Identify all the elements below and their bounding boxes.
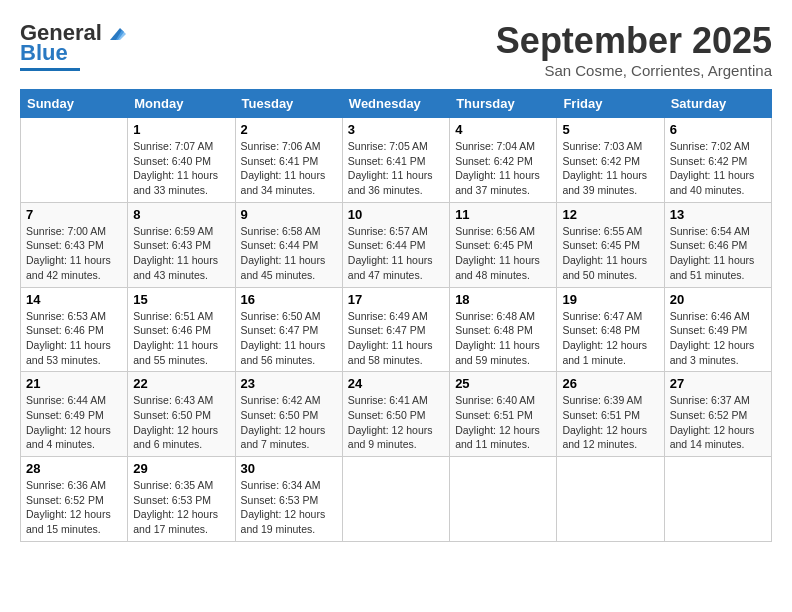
sunrise-text: Sunrise: 6:44 AM xyxy=(26,394,106,406)
sunrise-text: Sunrise: 7:00 AM xyxy=(26,225,106,237)
daylight-hours-text: Daylight: 11 hours xyxy=(241,339,326,351)
sunrise-text: Sunrise: 6:46 AM xyxy=(670,310,750,322)
sunrise-text: Sunrise: 7:05 AM xyxy=(348,140,428,152)
calendar-cell: 28Sunrise: 6:36 AMSunset: 6:52 PMDayligh… xyxy=(21,457,128,542)
daylight-minutes-text: and 51 minutes. xyxy=(670,269,745,281)
daylight-minutes-text: and 19 minutes. xyxy=(241,523,316,535)
calendar-cell: 17Sunrise: 6:49 AMSunset: 6:47 PMDayligh… xyxy=(342,287,449,372)
calendar-cell: 2Sunrise: 7:06 AMSunset: 6:41 PMDaylight… xyxy=(235,118,342,203)
cell-details: Sunrise: 6:55 AMSunset: 6:45 PMDaylight:… xyxy=(562,224,658,283)
sunset-text: Sunset: 6:46 PM xyxy=(670,239,748,251)
daylight-minutes-text: and 55 minutes. xyxy=(133,354,208,366)
cell-details: Sunrise: 6:58 AMSunset: 6:44 PMDaylight:… xyxy=(241,224,337,283)
sunset-text: Sunset: 6:47 PM xyxy=(241,324,319,336)
daylight-hours-text: Daylight: 11 hours xyxy=(241,254,326,266)
sunrise-text: Sunrise: 6:41 AM xyxy=(348,394,428,406)
sunrise-text: Sunrise: 6:51 AM xyxy=(133,310,213,322)
day-number: 21 xyxy=(26,376,122,391)
calendar-cell: 29Sunrise: 6:35 AMSunset: 6:53 PMDayligh… xyxy=(128,457,235,542)
daylight-hours-text: Daylight: 11 hours xyxy=(670,254,755,266)
calendar-week-4: 21Sunrise: 6:44 AMSunset: 6:49 PMDayligh… xyxy=(21,372,772,457)
header-day-friday: Friday xyxy=(557,90,664,118)
sunrise-text: Sunrise: 6:54 AM xyxy=(670,225,750,237)
calendar-cell: 18Sunrise: 6:48 AMSunset: 6:48 PMDayligh… xyxy=(450,287,557,372)
daylight-minutes-text: and 34 minutes. xyxy=(241,184,316,196)
header-day-tuesday: Tuesday xyxy=(235,90,342,118)
daylight-hours-text: Daylight: 11 hours xyxy=(455,339,540,351)
calendar-cell: 26Sunrise: 6:39 AMSunset: 6:51 PMDayligh… xyxy=(557,372,664,457)
cell-details: Sunrise: 6:40 AMSunset: 6:51 PMDaylight:… xyxy=(455,393,551,452)
sunrise-text: Sunrise: 6:37 AM xyxy=(670,394,750,406)
daylight-minutes-text: and 40 minutes. xyxy=(670,184,745,196)
sunset-text: Sunset: 6:42 PM xyxy=(670,155,748,167)
day-number: 7 xyxy=(26,207,122,222)
sunrise-text: Sunrise: 7:07 AM xyxy=(133,140,213,152)
day-number: 2 xyxy=(241,122,337,137)
title-area: September 2025 San Cosme, Corrientes, Ar… xyxy=(496,20,772,79)
cell-details: Sunrise: 7:03 AMSunset: 6:42 PMDaylight:… xyxy=(562,139,658,198)
sunset-text: Sunset: 6:50 PM xyxy=(241,409,319,421)
sunset-text: Sunset: 6:53 PM xyxy=(133,494,211,506)
calendar-cell: 22Sunrise: 6:43 AMSunset: 6:50 PMDayligh… xyxy=(128,372,235,457)
cell-details: Sunrise: 6:47 AMSunset: 6:48 PMDaylight:… xyxy=(562,309,658,368)
sunset-text: Sunset: 6:48 PM xyxy=(455,324,533,336)
daylight-minutes-text: and 39 minutes. xyxy=(562,184,637,196)
day-number: 27 xyxy=(670,376,766,391)
sunrise-text: Sunrise: 6:48 AM xyxy=(455,310,535,322)
sunrise-text: Sunrise: 6:53 AM xyxy=(26,310,106,322)
daylight-minutes-text: and 33 minutes. xyxy=(133,184,208,196)
daylight-minutes-text: and 48 minutes. xyxy=(455,269,530,281)
calendar-cell: 10Sunrise: 6:57 AMSunset: 6:44 PMDayligh… xyxy=(342,202,449,287)
daylight-hours-text: Daylight: 11 hours xyxy=(670,169,755,181)
calendar-cell xyxy=(342,457,449,542)
sunset-text: Sunset: 6:44 PM xyxy=(241,239,319,251)
daylight-minutes-text: and 45 minutes. xyxy=(241,269,316,281)
sunset-text: Sunset: 6:43 PM xyxy=(26,239,104,251)
sunset-text: Sunset: 6:44 PM xyxy=(348,239,426,251)
day-number: 23 xyxy=(241,376,337,391)
day-number: 24 xyxy=(348,376,444,391)
sunset-text: Sunset: 6:52 PM xyxy=(26,494,104,506)
daylight-minutes-text: and 43 minutes. xyxy=(133,269,208,281)
sunrise-text: Sunrise: 6:43 AM xyxy=(133,394,213,406)
day-number: 19 xyxy=(562,292,658,307)
daylight-hours-text: Daylight: 12 hours xyxy=(562,339,647,351)
calendar-cell: 21Sunrise: 6:44 AMSunset: 6:49 PMDayligh… xyxy=(21,372,128,457)
logo-icon xyxy=(104,22,126,44)
day-number: 16 xyxy=(241,292,337,307)
calendar-cell: 1Sunrise: 7:07 AMSunset: 6:40 PMDaylight… xyxy=(128,118,235,203)
daylight-minutes-text: and 47 minutes. xyxy=(348,269,423,281)
calendar-cell xyxy=(450,457,557,542)
logo: General Blue xyxy=(20,20,126,71)
daylight-hours-text: Daylight: 11 hours xyxy=(133,254,218,266)
daylight-minutes-text: and 58 minutes. xyxy=(348,354,423,366)
daylight-minutes-text: and 4 minutes. xyxy=(26,438,95,450)
daylight-hours-text: Daylight: 11 hours xyxy=(455,254,540,266)
sunset-text: Sunset: 6:45 PM xyxy=(455,239,533,251)
day-number: 20 xyxy=(670,292,766,307)
sunrise-text: Sunrise: 6:50 AM xyxy=(241,310,321,322)
cell-details: Sunrise: 7:07 AMSunset: 6:40 PMDaylight:… xyxy=(133,139,229,198)
day-number: 22 xyxy=(133,376,229,391)
sunrise-text: Sunrise: 6:35 AM xyxy=(133,479,213,491)
cell-details: Sunrise: 7:05 AMSunset: 6:41 PMDaylight:… xyxy=(348,139,444,198)
day-number: 14 xyxy=(26,292,122,307)
logo-underline xyxy=(20,68,80,71)
calendar-cell: 30Sunrise: 6:34 AMSunset: 6:53 PMDayligh… xyxy=(235,457,342,542)
cell-details: Sunrise: 6:44 AMSunset: 6:49 PMDaylight:… xyxy=(26,393,122,452)
daylight-minutes-text: and 59 minutes. xyxy=(455,354,530,366)
daylight-hours-text: Daylight: 12 hours xyxy=(241,508,326,520)
calendar-cell: 14Sunrise: 6:53 AMSunset: 6:46 PMDayligh… xyxy=(21,287,128,372)
day-number: 8 xyxy=(133,207,229,222)
calendar-cell: 5Sunrise: 7:03 AMSunset: 6:42 PMDaylight… xyxy=(557,118,664,203)
sunset-text: Sunset: 6:46 PM xyxy=(133,324,211,336)
calendar-week-5: 28Sunrise: 6:36 AMSunset: 6:52 PMDayligh… xyxy=(21,457,772,542)
daylight-hours-text: Daylight: 12 hours xyxy=(670,424,755,436)
day-number: 26 xyxy=(562,376,658,391)
sunrise-text: Sunrise: 6:34 AM xyxy=(241,479,321,491)
day-number: 12 xyxy=(562,207,658,222)
daylight-minutes-text: and 50 minutes. xyxy=(562,269,637,281)
daylight-hours-text: Daylight: 11 hours xyxy=(562,169,647,181)
day-number: 5 xyxy=(562,122,658,137)
cell-details: Sunrise: 7:00 AMSunset: 6:43 PMDaylight:… xyxy=(26,224,122,283)
